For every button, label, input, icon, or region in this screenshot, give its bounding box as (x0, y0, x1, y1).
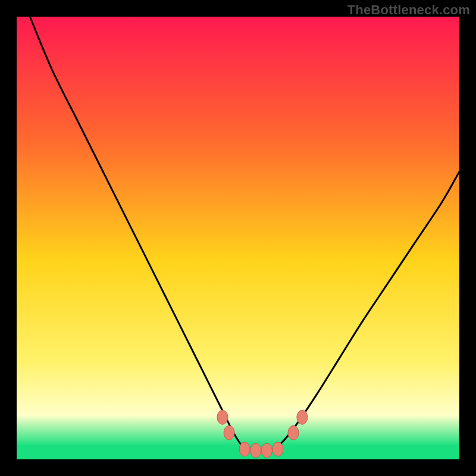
curve-marker (273, 442, 283, 456)
curve-marker (224, 425, 234, 440)
curve-marker (297, 410, 308, 424)
curve-marker (261, 443, 272, 458)
attribution-text: TheBottleneck.com (347, 2, 470, 18)
curve-marker (217, 410, 228, 424)
gradient-background (17, 17, 459, 459)
curve-marker (288, 425, 299, 440)
curve-marker (250, 443, 261, 458)
bottom-green-line (17, 457, 459, 459)
chart-svg (17, 17, 459, 459)
curve-marker (239, 442, 250, 456)
chart-frame: TheBottleneck.com (0, 0, 476, 476)
chart-plot-area (17, 17, 459, 459)
